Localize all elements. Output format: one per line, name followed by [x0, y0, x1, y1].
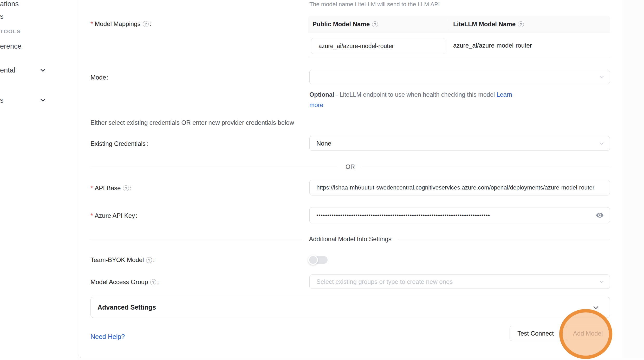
azure-api-key-label: * Azure API Key :	[90, 212, 138, 219]
model-mappings-table-header: Public Model Name ? LiteLLM Model Name ?	[308, 16, 610, 33]
mode-label: Mode:	[90, 74, 109, 81]
or-divider: OR	[90, 163, 610, 171]
help-icon[interactable]: ?	[150, 279, 156, 285]
test-connect-button[interactable]: Test Connect	[510, 326, 562, 341]
api-base-input[interactable]: https://ishaa-mh6uutut-swedencentral.cog…	[309, 180, 610, 195]
team-byok-label: Team-BYOK Model ? :	[90, 256, 155, 264]
model-mapping-row: azure_ai/azure-model-router	[308, 33, 610, 58]
existing-credentials-value: None	[316, 140, 331, 147]
required-asterisk: *	[90, 185, 93, 192]
api-base-label: * API Base ? :	[90, 185, 132, 192]
advanced-settings-title: Advanced Settings	[97, 304, 156, 311]
eye-icon[interactable]	[596, 211, 604, 219]
sidebar-item-truncated-2[interactable]: s	[0, 12, 4, 21]
toggle-knob	[308, 255, 318, 265]
sidebar: ations s TOOLS erence ental s	[0, 0, 78, 360]
existing-credentials-label: Existing Credentials:	[90, 140, 148, 147]
advanced-settings-panel[interactable]: Advanced Settings	[90, 297, 610, 318]
mode-helper-text: Optional - LiteLLM endpoint to use when …	[309, 89, 517, 110]
sidebar-item-truncated-1[interactable]: ations	[0, 0, 19, 8]
litellm-model-name-value: azure_ai/azure-model-router	[453, 33, 532, 58]
sidebar-item-truncated-4[interactable]: ental	[0, 66, 15, 74]
api-base-value: https://ishaa-mh6uutut-swedencentral.cog…	[316, 184, 594, 191]
help-icon[interactable]: ?	[123, 185, 129, 191]
credentials-note: Either select existing credentials OR en…	[90, 119, 294, 126]
content-card-corner	[78, 354, 82, 358]
chevron-down-icon	[599, 141, 604, 146]
content-card-right-border	[623, 0, 623, 358]
help-icon[interactable]: ?	[143, 21, 149, 27]
chevron-down-icon	[599, 74, 604, 80]
chevron-down-icon[interactable]	[40, 67, 46, 74]
required-asterisk: *	[90, 20, 93, 28]
need-help-link[interactable]: Need Help?	[90, 333, 125, 341]
azure-api-key-input[interactable]: ••••••••••••••••••••••••••••••••••••••••…	[309, 207, 610, 223]
existing-credentials-select[interactable]: None	[309, 136, 610, 151]
model-access-group-placeholder: Select existing groups or type to create…	[316, 278, 453, 285]
column-divider	[449, 19, 449, 29]
team-byok-toggle[interactable]	[309, 256, 328, 264]
model-mappings-label: * Model Mappings ? :	[90, 20, 151, 28]
content-card-bottom-border	[78, 358, 644, 358]
litellm-model-name-header: LiteLLM Model Name ?	[449, 21, 524, 28]
sidebar-section-tools: TOOLS	[0, 28, 21, 35]
public-model-name-header: Public Model Name ?	[308, 21, 449, 28]
public-model-name-input[interactable]	[311, 38, 445, 54]
mode-select[interactable]	[309, 70, 610, 84]
sidebar-item-truncated-3[interactable]: erence	[0, 42, 22, 50]
right-gutter	[623, 0, 644, 358]
add-model-page: ations s TOOLS erence ental s The model …	[0, 0, 644, 360]
help-icon[interactable]: ?	[518, 21, 524, 27]
model-access-group-label: Model Access Group ? :	[90, 278, 159, 286]
chevron-down-icon	[599, 279, 604, 285]
model-access-group-select[interactable]: Select existing groups or type to create…	[309, 274, 610, 289]
chevron-down-icon[interactable]	[40, 97, 46, 103]
model-mappings-table: Public Model Name ? LiteLLM Model Name ?…	[308, 16, 610, 58]
add-model-button[interactable]: Add Model	[566, 326, 610, 341]
required-asterisk: *	[90, 212, 93, 219]
help-icon[interactable]: ?	[372, 21, 378, 27]
help-icon[interactable]: ?	[146, 257, 152, 263]
content-card-left-border	[78, 0, 78, 355]
masked-api-key-value: ••••••••••••••••••••••••••••••••••••••••…	[316, 212, 574, 218]
sidebar-item-truncated-5[interactable]: s	[0, 96, 4, 104]
additional-model-info-divider: Additional Model Info Settings	[90, 235, 610, 243]
litellm-model-name-helper: The model name LiteLLM will send to the …	[309, 1, 440, 8]
chevron-down-icon	[593, 304, 599, 311]
